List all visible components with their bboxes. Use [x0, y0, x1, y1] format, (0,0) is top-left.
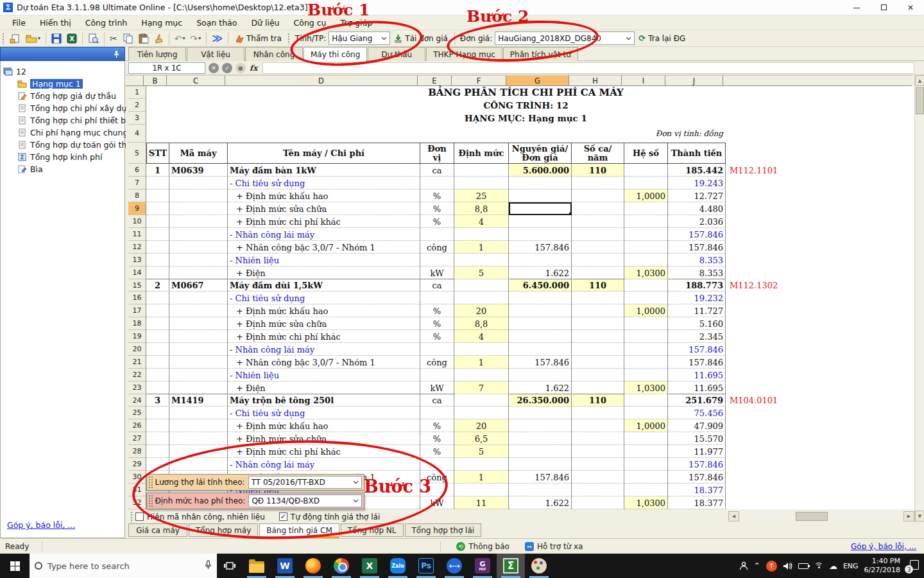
cell-b26[interactable]: [146, 419, 169, 432]
scroll-up-button[interactable]: ▲: [915, 75, 924, 86]
cell-j10[interactable]: 2.036: [668, 215, 726, 228]
cell-j27[interactable]: 15.570: [668, 432, 726, 445]
taskbar-search[interactable]: Type here to search: [30, 554, 217, 578]
cell-j12[interactable]: 157.846: [668, 241, 726, 254]
cell-c25[interactable]: [169, 407, 228, 419]
row-header-32[interactable]: 32: [128, 496, 146, 509]
cell-f7[interactable]: [454, 177, 509, 189]
cell-f17[interactable]: 20: [454, 304, 509, 317]
bottom-tab-Tổng hợp máy[interactable]: Tổng hợp máy: [189, 523, 258, 537]
cell-i26[interactable]: 1,0000: [624, 419, 668, 432]
vertical-scroll-thumb[interactable]: [916, 87, 924, 114]
cell-d18[interactable]: + Định mức sửa chữa: [228, 317, 420, 330]
cell-f31[interactable]: [454, 484, 509, 496]
cell-h26[interactable]: [572, 419, 624, 432]
cell-d17[interactable]: + Định mức khấu hao: [228, 304, 420, 317]
cell-c16[interactable]: [169, 292, 228, 304]
cell-b19[interactable]: [146, 330, 169, 343]
load-price-button[interactable]: Tải đơn giá: [390, 31, 452, 46]
volume-icon[interactable]: [783, 562, 792, 570]
cell-e13[interactable]: [420, 254, 454, 267]
eta-update-icon[interactable]: ↑: [766, 561, 777, 572]
cell-f6[interactable]: [454, 164, 509, 177]
cell-e21[interactable]: công: [420, 356, 454, 369]
cell-c27[interactable]: [169, 432, 228, 445]
cell-j25[interactable]: 75.456: [668, 407, 726, 419]
column-header-D[interactable]: D: [225, 75, 418, 86]
cell-h28[interactable]: [572, 445, 624, 458]
cell-b15[interactable]: 2: [146, 279, 169, 292]
cell-g24[interactable]: 26.350.000: [509, 394, 572, 407]
cell-e20[interactable]: [420, 343, 454, 356]
cell-i11[interactable]: [624, 228, 668, 241]
cell-h27[interactable]: [572, 432, 624, 445]
cell-e17[interactable]: %: [420, 304, 454, 317]
bottom-tab-Tổng hợp thợ lái[interactable]: Tổng hợp thợ lái: [405, 523, 482, 537]
cell-j21[interactable]: 157.846: [668, 356, 726, 369]
row-header-8[interactable]: 8: [128, 189, 146, 202]
cell-j29[interactable]: 157.846: [668, 458, 726, 471]
cell-f16[interactable]: [454, 292, 509, 304]
cell-c15[interactable]: M0667: [169, 279, 228, 292]
cell-h31[interactable]: [572, 484, 624, 496]
column-header-C[interactable]: C: [167, 75, 225, 86]
row-header-1[interactable]: 1: [128, 86, 146, 99]
open-file-button[interactable]: ▾: [24, 31, 42, 46]
cell-i15[interactable]: [624, 279, 668, 292]
cell-j17[interactable]: 11.727: [668, 304, 726, 317]
cell-e8[interactable]: %: [420, 189, 454, 202]
cell-d10[interactable]: + Định mức chi phí khác: [228, 215, 420, 228]
cell-e27[interactable]: %: [420, 432, 454, 445]
column-header-J[interactable]: J: [665, 75, 723, 86]
tree-item-Chi phí hạng mục chung[interactable]: Chi phí hạng mục chung: [3, 127, 122, 139]
row-header-30[interactable]: 30: [128, 471, 146, 484]
menu-Hiển thị[interactable]: Hiển thị: [33, 16, 78, 30]
bottom-tab-Bảng tính giá CM[interactable]: Bảng tính giá CM: [259, 523, 339, 538]
cell-i8[interactable]: 1,0000: [624, 189, 668, 202]
cell-g19[interactable]: [509, 330, 572, 343]
cell-b10[interactable]: [146, 215, 169, 228]
cell-g25[interactable]: [509, 407, 572, 419]
menu-File[interactable]: File: [5, 16, 33, 30]
cell-e16[interactable]: [420, 292, 454, 304]
cell-j24[interactable]: 251.679: [668, 394, 726, 407]
cell-b7[interactable]: [146, 177, 169, 189]
taskbar-clock[interactable]: 1:40 PM6/27/2018: [864, 557, 900, 575]
row-header-20[interactable]: 20: [128, 343, 146, 356]
row-header-2[interactable]: 2: [128, 99, 146, 112]
horizontal-scrollbar[interactable]: ◀ ▶: [728, 511, 914, 521]
cell-f12[interactable]: 1: [454, 241, 509, 254]
cell-c22[interactable]: [169, 369, 228, 381]
battery-icon[interactable]: [798, 563, 809, 569]
norm-basis-select[interactable]: QĐ 1134/QĐ-BXD: [248, 495, 362, 507]
tree-item-Tổng hợp chi phí xây dựng[interactable]: Tổng hợp chi phí xây dựng: [3, 102, 122, 114]
cell-b21[interactable]: [146, 356, 169, 369]
cell-b22[interactable]: [146, 369, 169, 381]
cell-f28[interactable]: 5: [454, 445, 509, 458]
cell-d28[interactable]: + Định mức chi phí khác: [228, 445, 420, 458]
cell-f26[interactable]: 20: [454, 419, 509, 432]
cell-f24[interactable]: [454, 394, 509, 407]
cell-g26[interactable]: [509, 419, 572, 432]
taskbar-app-excel[interactable]: X: [355, 554, 384, 578]
cell-j26[interactable]: 47.909: [668, 419, 726, 432]
tree-item-Tổng hợp chi phí thiết bị[interactable]: Tổng hợp chi phí thiết bị: [3, 114, 122, 127]
cell-i21[interactable]: [624, 356, 668, 369]
tree-item-Bìa[interactable]: Bìa: [3, 163, 122, 175]
cell-e28[interactable]: %: [420, 445, 454, 458]
cell-j13[interactable]: 8.353: [668, 254, 726, 267]
cell-f19[interactable]: 4: [454, 330, 509, 343]
cell-j23[interactable]: 11.695: [668, 381, 726, 394]
save-button[interactable]: [49, 31, 64, 46]
row-header-12[interactable]: 12: [128, 241, 146, 254]
panel-grip[interactable]: [148, 476, 153, 489]
cell-d6[interactable]: Máy đầm bàn 1kW: [228, 164, 420, 177]
cell-b11[interactable]: [146, 228, 169, 241]
cell-i24[interactable]: [624, 394, 668, 407]
column-header-G[interactable]: G: [506, 75, 569, 86]
cell-f29[interactable]: [454, 458, 509, 471]
cell-h25[interactable]: [572, 407, 624, 419]
cell-e15[interactable]: ca: [420, 279, 454, 292]
cell-j16[interactable]: 19.232: [668, 292, 726, 304]
cell-c28[interactable]: [169, 445, 228, 458]
